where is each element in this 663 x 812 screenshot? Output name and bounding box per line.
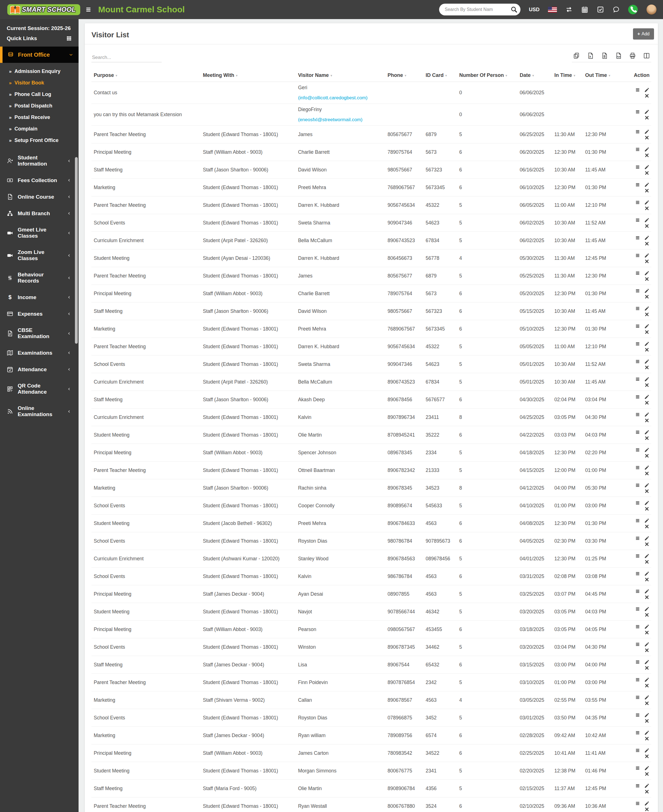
row-delete-button-delete-icon[interactable] [644, 771, 650, 776]
currency-label[interactable]: USD [529, 7, 540, 13]
row-delete-button-delete-icon[interactable] [644, 435, 650, 441]
sidebar-subitem-admission-enquiry[interactable]: »Admission Enquiry [0, 66, 79, 77]
row-edit-button-pencil-icon[interactable] [644, 217, 650, 223]
row-edit-button-pencil-icon[interactable] [644, 430, 650, 435]
column-header-out-time[interactable]: Out Time▼ [583, 69, 623, 82]
row-detail-button-list-icon[interactable] [635, 500, 640, 506]
excel-icon[interactable]: X [587, 52, 594, 59]
row-edit-button-pencil-icon[interactable] [644, 500, 650, 506]
row-delete-button-delete-icon[interactable] [644, 259, 650, 264]
row-delete-button-delete-icon[interactable] [644, 453, 650, 458]
row-delete-button-delete-icon[interactable] [644, 365, 650, 370]
sidebar-item-expenses[interactable]: Expenses [0, 306, 79, 322]
row-detail-button-list-icon[interactable] [635, 324, 640, 329]
row-delete-button-delete-icon[interactable] [644, 542, 650, 547]
row-edit-button-pencil-icon[interactable] [644, 341, 650, 346]
row-detail-button-list-icon[interactable] [635, 430, 640, 435]
row-edit-button-pencil-icon[interactable] [644, 607, 650, 611]
row-delete-button-delete-icon[interactable] [644, 93, 650, 99]
sidebar-subitem-phone-call-log[interactable]: »Phone Call Log [0, 89, 79, 100]
row-edit-button-pencil-icon[interactable] [644, 677, 650, 683]
row-edit-button-pencil-icon[interactable] [644, 465, 650, 470]
row-edit-button-pencil-icon[interactable] [644, 412, 650, 417]
row-delete-button-delete-icon[interactable] [644, 524, 650, 529]
row-delete-button-delete-icon[interactable] [644, 736, 650, 741]
row-edit-button-pencil-icon[interactable] [644, 748, 650, 753]
row-delete-button-delete-icon[interactable] [644, 559, 650, 565]
row-edit-button-pencil-icon[interactable] [644, 87, 650, 92]
row-delete-button-delete-icon[interactable] [644, 170, 650, 176]
row-edit-button-pencil-icon[interactable] [644, 571, 650, 576]
sidebar-item-qr-code-attendance[interactable]: QR Code Attendance [0, 378, 79, 400]
column-header-in-time[interactable]: In Time▼ [552, 69, 583, 82]
row-delete-button-delete-icon[interactable] [644, 718, 650, 724]
pdf-icon[interactable]: PDF [615, 52, 622, 59]
row-delete-button-delete-icon[interactable] [644, 683, 650, 688]
row-delete-button-delete-icon[interactable] [644, 188, 650, 193]
row-delete-button-delete-icon[interactable] [644, 115, 650, 120]
row-delete-button-delete-icon[interactable] [644, 754, 650, 759]
row-edit-button-pencil-icon[interactable] [644, 535, 650, 541]
row-delete-button-delete-icon[interactable] [644, 665, 650, 671]
row-edit-button-pencil-icon[interactable] [644, 695, 650, 700]
row-detail-button-list-icon[interactable] [635, 164, 640, 170]
row-delete-button-delete-icon[interactable] [644, 418, 650, 423]
sidebar-item-behaviour-records[interactable]: Behaviour Records [0, 267, 79, 289]
row-detail-button-list-icon[interactable] [635, 659, 640, 665]
row-delete-button-delete-icon[interactable] [644, 205, 650, 211]
sidebar-item-multi-branch[interactable]: Multi Branch [0, 205, 79, 222]
row-delete-button-delete-icon[interactable] [644, 329, 650, 335]
row-edit-button-pencil-icon[interactable] [644, 164, 650, 170]
swap-icon[interactable] [565, 6, 572, 13]
row-delete-button-delete-icon[interactable] [644, 135, 650, 140]
quick-links[interactable]: Quick Links [0, 32, 79, 47]
sidebar-item-online-course[interactable]: Online Course [0, 189, 79, 205]
user-avatar[interactable] [646, 4, 657, 15]
row-detail-button-list-icon[interactable] [635, 624, 640, 629]
row-detail-button-list-icon[interactable] [635, 129, 640, 134]
row-delete-button-delete-icon[interactable] [644, 648, 650, 653]
row-edit-button-pencil-icon[interactable] [644, 642, 650, 647]
row-edit-button-pencil-icon[interactable] [644, 288, 650, 293]
language-flag-icon[interactable] [548, 7, 557, 13]
visitor-email-link[interactable]: (eneosfxl@streetwormail.com) [298, 117, 383, 123]
row-detail-button-list-icon[interactable] [635, 200, 640, 205]
sidebar-item-online-examinations[interactable]: Online Examinations [0, 400, 79, 422]
column-header-phone[interactable]: Phone▼ [385, 69, 424, 82]
row-edit-button-pencil-icon[interactable] [644, 783, 650, 788]
row-detail-button-list-icon[interactable] [635, 483, 640, 488]
row-detail-button-list-icon[interactable] [635, 783, 640, 788]
row-edit-button-pencil-icon[interactable] [644, 359, 650, 364]
row-detail-button-list-icon[interactable] [635, 306, 640, 311]
search-icon[interactable] [510, 5, 518, 14]
row-edit-button-pencil-icon[interactable] [644, 483, 650, 488]
row-detail-button-list-icon[interactable] [635, 235, 640, 241]
row-detail-button-list-icon[interactable] [635, 535, 640, 541]
row-edit-button-pencil-icon[interactable] [644, 765, 650, 771]
row-detail-button-list-icon[interactable] [635, 109, 640, 115]
column-header-meeting-with[interactable]: Meeting With▼ [201, 69, 296, 82]
sidebar-item-zoom-live-classes[interactable]: Zoom Live Classes [0, 244, 79, 267]
row-delete-button-delete-icon[interactable] [644, 294, 650, 299]
row-detail-button-list-icon[interactable] [635, 377, 640, 382]
row-delete-button-delete-icon[interactable] [644, 312, 650, 317]
add-button[interactable]: + Add [633, 28, 654, 40]
sidebar-scrollbar[interactable] [75, 157, 78, 344]
row-detail-button-list-icon[interactable] [635, 730, 640, 735]
row-edit-button-pencil-icon[interactable] [644, 200, 650, 205]
row-delete-button-delete-icon[interactable] [644, 577, 650, 582]
sidebar-item-income[interactable]: $Income [0, 289, 79, 306]
row-detail-button-list-icon[interactable] [635, 253, 640, 258]
row-delete-button-delete-icon[interactable] [644, 488, 650, 494]
row-detail-button-list-icon[interactable] [635, 147, 640, 152]
row-detail-button-list-icon[interactable] [635, 447, 640, 453]
row-detail-button-list-icon[interactable] [635, 217, 640, 223]
row-delete-button-delete-icon[interactable] [644, 277, 650, 282]
row-detail-button-list-icon[interactable] [635, 394, 640, 400]
row-edit-button-pencil-icon[interactable] [644, 235, 650, 241]
row-edit-button-pencil-icon[interactable] [644, 589, 650, 594]
row-detail-button-list-icon[interactable] [635, 607, 640, 611]
table-search-input[interactable] [91, 53, 162, 62]
sidebar-subitem-setup-front-office[interactable]: »Setup Front Office [0, 135, 79, 146]
row-detail-button-list-icon[interactable] [635, 589, 640, 594]
